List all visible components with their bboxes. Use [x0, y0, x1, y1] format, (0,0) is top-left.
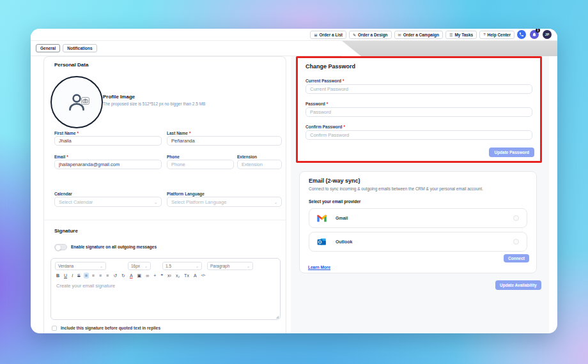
- editor-icon-row: BUIS≡≡≡≡↺↻A▣∞+❝x²x₂TxA</>: [51, 271, 280, 280]
- upload-photo-button[interactable]: [81, 97, 89, 105]
- tabs-row: General Notifications: [31, 41, 342, 56]
- extension-label: Extension: [237, 155, 257, 159]
- gmail-label: Gmail: [336, 216, 348, 220]
- last-name-label: Last Name*: [167, 131, 190, 135]
- align-center-icon[interactable]: ≡: [91, 273, 96, 278]
- update-availability-button[interactable]: Update Availability: [495, 280, 541, 290]
- signature-editor-placeholder[interactable]: Create your email signature: [56, 283, 115, 289]
- connect-button[interactable]: Connect: [504, 254, 529, 262]
- email-sync-card: Email (2-way sync) Connect to sync incom…: [299, 171, 537, 273]
- change-password-title: Change Password: [306, 63, 355, 70]
- tab-notifications[interactable]: Notifications: [63, 44, 97, 52]
- envelope-icon: ✉: [398, 33, 401, 37]
- redo-icon[interactable]: ↻: [120, 273, 127, 278]
- profile-image-circle[interactable]: [50, 76, 103, 128]
- include-signature-label: Include this signature before quoted tex…: [61, 326, 160, 330]
- highlight-icon[interactable]: A: [192, 273, 198, 278]
- font-size-value: 16px: [131, 264, 140, 268]
- calendar-label: Calendar: [54, 192, 72, 196]
- line-height-value: 1.5: [166, 264, 171, 268]
- blockquote-icon[interactable]: ❝: [159, 273, 164, 278]
- question-icon: ?: [483, 33, 485, 36]
- italic-icon[interactable]: I: [70, 273, 74, 278]
- phone-icon: [519, 32, 524, 37]
- platform-language-label: Platform Language: [167, 192, 205, 196]
- outlook-icon: [317, 238, 327, 246]
- learn-more-link[interactable]: Learn More: [308, 265, 330, 269]
- outlook-label: Outlook: [336, 239, 352, 244]
- personal-data-panel: Personal Data Profile Image The proposed…: [43, 56, 286, 333]
- chevron-down-icon: ⌄: [154, 200, 157, 204]
- tab-general[interactable]: General: [36, 44, 60, 52]
- undo-icon[interactable]: ↺: [112, 273, 118, 278]
- bold-icon[interactable]: B: [55, 273, 61, 278]
- text-color-icon[interactable]: A: [128, 273, 134, 278]
- toggle-knob: [56, 245, 61, 250]
- editor-format-row: Verdana⌄ 16px⌄ 1.5⌄ Paragraph⌄: [51, 259, 280, 271]
- include-signature-checkbox[interactable]: [52, 326, 57, 331]
- phone-field[interactable]: [167, 160, 234, 169]
- extension-field[interactable]: [237, 160, 282, 169]
- pencil-icon: ✎: [353, 33, 356, 37]
- update-password-button[interactable]: Update Password: [489, 148, 534, 157]
- image-icon[interactable]: ▣: [136, 273, 143, 278]
- outlook-radio[interactable]: [513, 239, 519, 245]
- personal-data-title: Personal Data: [54, 62, 88, 68]
- current-password-label: Current Password*: [306, 79, 344, 83]
- link-icon[interactable]: ∞: [144, 273, 150, 278]
- my-tasks-button[interactable]: ☰ My Tasks: [445, 31, 477, 39]
- strikethrough-icon[interactable]: S: [76, 273, 82, 278]
- resize-handle-icon[interactable]: ◢: [275, 314, 279, 319]
- confirm-password-label: Confirm Password*: [306, 125, 345, 129]
- user-avatar[interactable]: JP: [543, 30, 552, 39]
- first-name-field[interactable]: [54, 136, 162, 146]
- calendar-select[interactable]: Select Calendar ⌄: [54, 197, 162, 207]
- help-center-button[interactable]: ? Help Center: [479, 31, 514, 39]
- platform-language-select[interactable]: Select Platform Language ⌄: [167, 197, 282, 207]
- font-family-value: Verdana: [58, 264, 74, 268]
- align-justify-icon[interactable]: ≡: [105, 273, 110, 278]
- avatar-initials: JP: [545, 33, 550, 36]
- notifications-button[interactable]: 1: [530, 30, 539, 39]
- font-family-select[interactable]: Verdana⌄: [55, 262, 106, 270]
- code-icon[interactable]: </>: [200, 273, 206, 278]
- line-height-select[interactable]: 1.5⌄: [162, 262, 202, 270]
- email-field[interactable]: [54, 160, 162, 169]
- align-right-icon[interactable]: ≡: [98, 273, 103, 278]
- font-size-select[interactable]: 16px⌄: [128, 262, 151, 270]
- chevron-down-icon: ⌄: [247, 264, 250, 268]
- gmail-radio[interactable]: [513, 215, 519, 221]
- underline-icon[interactable]: U: [63, 273, 68, 278]
- paragraph-style-value: Paragraph: [210, 264, 229, 268]
- signature-toggle[interactable]: [54, 244, 67, 250]
- subscript-icon[interactable]: x₂: [174, 273, 181, 278]
- email-label: Email*: [54, 155, 68, 159]
- confirm-password-field[interactable]: [306, 130, 532, 140]
- provider-row-gmail[interactable]: Gmail: [309, 208, 527, 228]
- superscript-icon[interactable]: x²: [166, 273, 173, 278]
- current-password-field[interactable]: [306, 84, 532, 94]
- email-sync-title: Email (2-way sync): [309, 178, 360, 184]
- provider-label: Select your email provider: [309, 199, 360, 204]
- signature-editor: Verdana⌄ 16px⌄ 1.5⌄ Paragraph⌄ BUIS≡≡≡≡↺…: [50, 258, 281, 320]
- provider-row-outlook[interactable]: Outlook: [309, 232, 527, 252]
- notification-badge: 1: [536, 29, 540, 33]
- password-field[interactable]: [306, 107, 532, 117]
- insert-icon[interactable]: +: [152, 273, 157, 278]
- profile-image-hint: The proposed size is 512*512 px no bigge…: [103, 102, 205, 106]
- order-a-campaign-button[interactable]: ✉ Order a Campaign: [394, 31, 443, 39]
- order-list-label: Order a List: [319, 33, 342, 37]
- my-tasks-label: My Tasks: [454, 33, 473, 37]
- last-name-field[interactable]: [167, 136, 282, 146]
- profile-image-title: Profile Image: [103, 94, 135, 100]
- password-label: Password*: [306, 102, 328, 106]
- platform-language-select-value: Select Platform Language: [171, 199, 226, 205]
- paragraph-style-select[interactable]: Paragraph⌄: [207, 262, 253, 270]
- order-a-list-button[interactable]: ⊞ Order a List: [310, 31, 346, 39]
- signature-title: Signature: [54, 228, 78, 234]
- align-left-icon[interactable]: ≡: [84, 273, 89, 278]
- phone-button[interactable]: [517, 30, 526, 39]
- order-a-design-button[interactable]: ✎ Order a Design: [349, 31, 392, 39]
- clear-format-icon[interactable]: Tx: [183, 273, 190, 278]
- help-center-label: Help Center: [488, 33, 511, 37]
